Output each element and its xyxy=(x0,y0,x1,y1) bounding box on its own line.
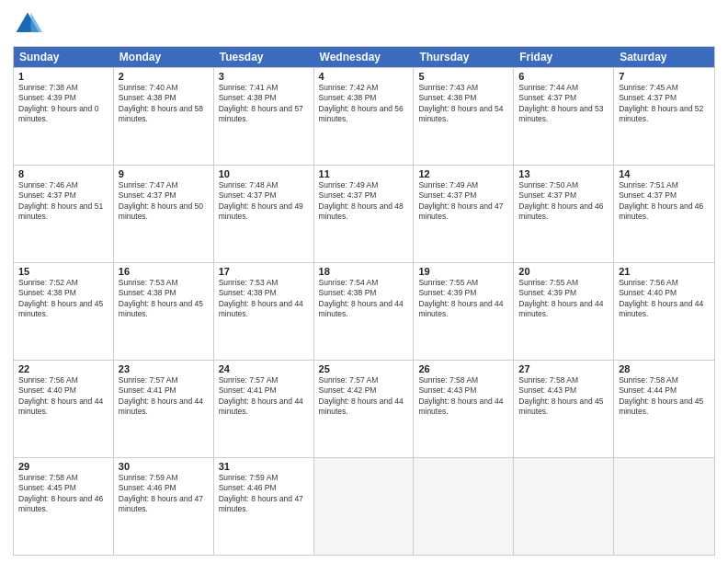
empty-cell xyxy=(314,458,415,555)
day-header-thursday: Thursday xyxy=(414,47,514,67)
sunset-text: Sunset: 4:42 PM xyxy=(319,385,409,396)
logo-icon xyxy=(13,9,42,39)
sunrise-text: Sunrise: 7:57 AM xyxy=(319,375,409,385)
svg-marker-1 xyxy=(31,13,42,32)
daylight-text: Daylight: 8 hours and 57 minutes. xyxy=(219,104,309,125)
sunrise-text: Sunrise: 7:59 AM xyxy=(219,473,309,483)
daylight-text: Daylight: 8 hours and 44 minutes. xyxy=(219,299,309,320)
sunset-text: Sunset: 4:43 PM xyxy=(518,385,609,396)
sunrise-text: Sunrise: 7:50 AM xyxy=(518,180,609,190)
sunset-text: Sunset: 4:43 PM xyxy=(418,385,508,396)
day-cell-28: 28Sunrise: 7:58 AMSunset: 4:44 PMDayligh… xyxy=(614,361,714,457)
day-cell-20: 20Sunrise: 7:55 AMSunset: 4:39 PMDayligh… xyxy=(514,263,614,360)
day-cell-13: 13Sunrise: 7:50 AMSunset: 4:37 PMDayligh… xyxy=(514,166,614,262)
day-cell-16: 16Sunrise: 7:53 AMSunset: 4:38 PMDayligh… xyxy=(114,263,214,360)
day-cell-9: 9Sunrise: 7:47 AMSunset: 4:37 PMDaylight… xyxy=(114,166,214,262)
daylight-text: Daylight: 8 hours and 58 minutes. xyxy=(119,104,209,125)
daylight-text: Daylight: 8 hours and 45 minutes. xyxy=(18,299,108,320)
day-number: 20 xyxy=(518,266,609,277)
day-number: 24 xyxy=(219,363,309,374)
daylight-text: Daylight: 8 hours and 44 minutes. xyxy=(418,299,508,320)
sunrise-text: Sunrise: 7:59 AM xyxy=(119,473,209,483)
sunset-text: Sunset: 4:45 PM xyxy=(18,483,108,493)
sunrise-text: Sunrise: 7:46 AM xyxy=(18,180,108,190)
daylight-text: Daylight: 8 hours and 52 minutes. xyxy=(619,104,710,125)
day-number: 30 xyxy=(119,461,209,472)
calendar-header: SundayMondayTuesdayWednesdayThursdayFrid… xyxy=(14,47,714,67)
sunset-text: Sunset: 4:38 PM xyxy=(18,288,108,298)
sunrise-text: Sunrise: 7:58 AM xyxy=(18,473,108,483)
sunset-text: Sunset: 4:38 PM xyxy=(119,93,209,103)
day-number: 31 xyxy=(219,461,309,472)
week-row-1: 1Sunrise: 7:38 AMSunset: 4:39 PMDaylight… xyxy=(14,67,714,165)
sunrise-text: Sunrise: 7:48 AM xyxy=(219,180,309,190)
sunset-text: Sunset: 4:39 PM xyxy=(18,93,108,103)
day-number: 5 xyxy=(418,71,508,82)
sunrise-text: Sunrise: 7:53 AM xyxy=(119,278,209,288)
daylight-text: Daylight: 8 hours and 44 minutes. xyxy=(319,396,409,418)
sunset-text: Sunset: 4:38 PM xyxy=(319,288,409,298)
daylight-text: Daylight: 8 hours and 44 minutes. xyxy=(418,396,508,418)
day-cell-24: 24Sunrise: 7:57 AMSunset: 4:41 PMDayligh… xyxy=(214,361,314,457)
day-cell-17: 17Sunrise: 7:53 AMSunset: 4:38 PMDayligh… xyxy=(214,263,314,360)
day-cell-14: 14Sunrise: 7:51 AMSunset: 4:37 PMDayligh… xyxy=(614,166,714,262)
daylight-text: Daylight: 8 hours and 47 minutes. xyxy=(418,201,508,223)
daylight-text: Daylight: 8 hours and 48 minutes. xyxy=(319,201,409,223)
page: SundayMondayTuesdayWednesdayThursdayFrid… xyxy=(0,0,728,563)
sunset-text: Sunset: 4:38 PM xyxy=(319,93,409,103)
sunset-text: Sunset: 4:37 PM xyxy=(18,190,108,201)
day-number: 6 xyxy=(518,71,609,82)
calendar-body: 1Sunrise: 7:38 AMSunset: 4:39 PMDaylight… xyxy=(14,67,714,555)
logo xyxy=(13,9,46,39)
daylight-text: Daylight: 8 hours and 46 minutes. xyxy=(619,201,710,223)
day-cell-21: 21Sunrise: 7:56 AMSunset: 4:40 PMDayligh… xyxy=(614,263,714,360)
day-cell-19: 19Sunrise: 7:55 AMSunset: 4:39 PMDayligh… xyxy=(414,263,514,360)
sunrise-text: Sunrise: 7:52 AM xyxy=(18,278,108,288)
sunset-text: Sunset: 4:37 PM xyxy=(518,190,609,201)
sunset-text: Sunset: 4:46 PM xyxy=(119,483,209,493)
daylight-text: Daylight: 8 hours and 46 minutes. xyxy=(18,494,108,515)
sunset-text: Sunset: 4:44 PM xyxy=(619,385,710,396)
day-cell-7: 7Sunrise: 7:45 AMSunset: 4:37 PMDaylight… xyxy=(614,68,714,165)
daylight-text: Daylight: 8 hours and 46 minutes. xyxy=(518,201,609,223)
sunset-text: Sunset: 4:37 PM xyxy=(518,93,609,103)
sunset-text: Sunset: 4:46 PM xyxy=(219,483,309,493)
empty-cell xyxy=(514,458,614,555)
day-cell-12: 12Sunrise: 7:49 AMSunset: 4:37 PMDayligh… xyxy=(414,166,514,262)
day-cell-27: 27Sunrise: 7:58 AMSunset: 4:43 PMDayligh… xyxy=(514,361,614,457)
daylight-text: Daylight: 8 hours and 44 minutes. xyxy=(518,299,609,320)
sunset-text: Sunset: 4:38 PM xyxy=(418,93,508,103)
day-number: 25 xyxy=(319,363,409,374)
day-header-friday: Friday xyxy=(514,47,614,67)
sunrise-text: Sunrise: 7:49 AM xyxy=(418,180,508,190)
day-number: 2 xyxy=(119,71,209,82)
sunset-text: Sunset: 4:39 PM xyxy=(418,288,508,298)
sunset-text: Sunset: 4:37 PM xyxy=(119,190,209,201)
sunrise-text: Sunrise: 7:56 AM xyxy=(18,375,108,385)
daylight-text: Daylight: 8 hours and 47 minutes. xyxy=(119,494,209,515)
sunset-text: Sunset: 4:38 PM xyxy=(219,93,309,103)
sunset-text: Sunset: 4:38 PM xyxy=(219,288,309,298)
daylight-text: Daylight: 8 hours and 45 minutes. xyxy=(619,396,710,418)
calendar: SundayMondayTuesdayWednesdayThursdayFrid… xyxy=(13,46,715,556)
day-header-wednesday: Wednesday xyxy=(314,47,415,67)
day-number: 8 xyxy=(18,168,108,179)
day-number: 21 xyxy=(619,266,710,277)
sunset-text: Sunset: 4:37 PM xyxy=(619,93,710,103)
daylight-text: Daylight: 8 hours and 44 minutes. xyxy=(119,396,209,418)
sunrise-text: Sunrise: 7:55 AM xyxy=(418,278,508,288)
day-number: 10 xyxy=(219,168,309,179)
week-row-3: 15Sunrise: 7:52 AMSunset: 4:38 PMDayligh… xyxy=(14,262,714,360)
sunset-text: Sunset: 4:38 PM xyxy=(119,288,209,298)
day-cell-1: 1Sunrise: 7:38 AMSunset: 4:39 PMDaylight… xyxy=(14,68,114,165)
sunrise-text: Sunrise: 7:40 AM xyxy=(119,83,209,93)
day-number: 22 xyxy=(18,363,108,374)
sunrise-text: Sunrise: 7:57 AM xyxy=(219,375,309,385)
sunset-text: Sunset: 4:39 PM xyxy=(518,288,609,298)
day-cell-25: 25Sunrise: 7:57 AMSunset: 4:42 PMDayligh… xyxy=(314,361,415,457)
day-cell-11: 11Sunrise: 7:49 AMSunset: 4:37 PMDayligh… xyxy=(314,166,415,262)
day-number: 19 xyxy=(418,266,508,277)
day-cell-8: 8Sunrise: 7:46 AMSunset: 4:37 PMDaylight… xyxy=(14,166,114,262)
week-row-4: 22Sunrise: 7:56 AMSunset: 4:40 PMDayligh… xyxy=(14,360,714,457)
sunrise-text: Sunrise: 7:57 AM xyxy=(119,375,209,385)
